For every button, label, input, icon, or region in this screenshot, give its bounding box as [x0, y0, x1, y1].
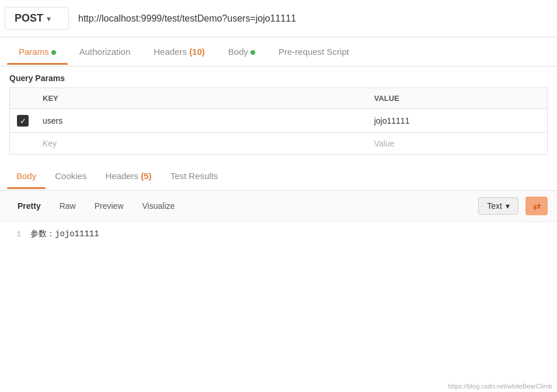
table-row: Key Value — [10, 133, 548, 155]
watermark: https://blog.csdn.net/whiteBearClimb — [448, 383, 552, 390]
visualize-button[interactable]: Visualize — [134, 198, 183, 214]
method-selector[interactable]: POST ▾ — [5, 7, 69, 30]
tab-cookies[interactable]: Cookies — [46, 163, 96, 189]
text-dropdown-label: Text — [487, 201, 502, 211]
wrap-icon: ⇄ — [533, 201, 541, 212]
tab-prerequest[interactable]: Pre-request Script — [267, 38, 361, 65]
line-number-1: 1 — [9, 230, 21, 239]
row-value-2[interactable]: Value — [367, 133, 548, 155]
tab-test-results[interactable]: Test Results — [161, 163, 228, 189]
col-key-header: KEY — [36, 88, 367, 109]
request-tabs: Params Authorization Headers (10) Body P… — [0, 37, 557, 66]
tab-authorization[interactable]: Authorization — [68, 38, 142, 65]
response-tabs: Body Cookies Headers (5) Test Results — [0, 162, 557, 191]
method-label: POST — [15, 12, 43, 24]
url-input[interactable] — [76, 9, 552, 29]
body-dot — [250, 50, 255, 55]
tab-headers[interactable]: Headers (10) — [142, 38, 217, 65]
format-toolbar: Pretty Raw Preview Visualize Text ▾ ⇄ — [0, 191, 557, 222]
section-title: Query Params — [9, 74, 548, 83]
tab-params[interactable]: Params — [7, 38, 68, 65]
raw-button[interactable]: Raw — [51, 198, 84, 214]
wrap-button[interactable]: ⇄ — [525, 197, 548, 215]
pretty-button[interactable]: Pretty — [9, 198, 49, 214]
preview-button[interactable]: Preview — [86, 198, 132, 214]
col-value-header: VALUE — [367, 88, 548, 109]
response-headers-badge: (5) — [141, 171, 151, 181]
url-bar: POST ▾ — [0, 0, 557, 37]
row-value-1[interactable]: jojo11111 — [367, 109, 548, 133]
text-dropdown-chevron-icon: ▾ — [506, 201, 510, 211]
code-area: 1 参数：jojo11111 — [0, 222, 557, 246]
checkbox-checked-icon: ✓ — [17, 115, 29, 127]
headers-badge: (10) — [189, 47, 205, 57]
code-line-1: 1 参数：jojo11111 — [9, 229, 548, 239]
method-chevron-icon: ▾ — [47, 14, 51, 23]
tab-response-body[interactable]: Body — [7, 163, 46, 189]
row-key-1[interactable]: users — [36, 109, 367, 133]
tab-body[interactable]: Body — [217, 38, 267, 65]
code-content-1: 参数：jojo11111 — [30, 229, 99, 239]
row-key-2[interactable]: Key — [36, 133, 367, 155]
row-checkbox-1[interactable]: ✓ — [10, 109, 36, 133]
query-params-section: Query Params KEY VALUE ✓ users jojo11111… — [0, 66, 557, 155]
table-row: ✓ users jojo11111 — [10, 109, 548, 133]
tab-response-headers[interactable]: Headers (5) — [96, 163, 161, 189]
text-format-dropdown[interactable]: Text ▾ — [478, 197, 518, 215]
params-dot — [51, 50, 56, 55]
row-checkbox-2[interactable] — [10, 133, 36, 155]
params-table: KEY VALUE ✓ users jojo11111 Key Value — [9, 88, 548, 155]
col-checkbox-header — [10, 88, 36, 109]
